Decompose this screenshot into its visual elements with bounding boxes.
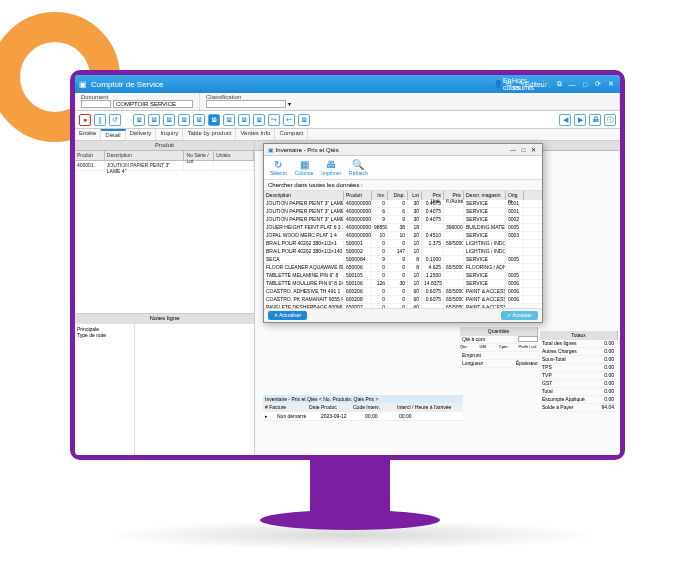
toolbar: ● ‖ ↺ 🗎 🗎 🗎 🗎 🗎 🗎 🗎 🗎 🗎 ↪ ↩ 🗎 ◀ ▶ 🖶 ⓘ [75,111,620,129]
product-section-title: Produit [75,141,254,151]
doc1-btn[interactable]: 🗎 [133,114,145,126]
doc4-btn[interactable]: 🗎 [178,114,190,126]
reset-btn[interactable]: ↺ [109,114,121,126]
mcol-pu[interactable]: Prix Unit. [422,191,444,200]
back-btn[interactable]: ◀ [559,114,571,126]
doc8-btn[interactable]: 🗎 [253,114,265,126]
modal-row[interactable]: FLOOR CLEANER AQUAWAVE 800ML6500060084.6… [264,264,542,272]
classification-select[interactable] [206,100,286,108]
mcol-inv[interactable]: Inv. [372,191,388,200]
delivery-section: Inventaire - Prix et Qtés < No. Produits… [263,395,463,421]
modal-icon: ▣ [268,147,274,153]
modal-row[interactable]: JOUER HEIGHT FEINT PLAT 6 3 340000000000… [264,224,542,232]
doc-active-btn[interactable]: 🗎 [208,114,220,126]
tab-ventes-info[interactable]: Ventes Info [236,129,275,140]
modal-row[interactable]: BRAIL POUR 40202 380×1/2×140500002014710… [264,248,542,256]
tab-compact[interactable]: Compact [275,129,308,140]
modal-row[interactable]: SECA50000849980.1000SERVICE0005 [264,256,542,264]
document-type-input[interactable] [113,100,193,108]
doc3-btn[interactable]: 🗎 [163,114,175,126]
modal-row[interactable]: JOUTION PAPIER PEINT 3" LAME 4"400000000… [264,208,542,216]
mcol-lst[interactable]: Lst [408,191,422,200]
tab-delivery[interactable]: Delivery [126,129,157,140]
doc7-btn[interactable]: 🗎 [238,114,250,126]
modal-row[interactable]: JOUTION PAPIER PEINT 3" LAME 4"400000000… [264,216,542,224]
pause-btn[interactable]: ‖ [94,114,106,126]
modal-accepter-btn[interactable]: ✓ Accepter [501,311,538,320]
modal-toolbar: ↻Sélectn ▦Colonne 🖶Imprimer 🔍Réfraich [264,156,542,180]
col-serie[interactable]: No Série / Lot [184,151,214,160]
mcol-mag[interactable]: Descr. magasin [464,191,506,200]
doc2-btn[interactable]: 🗎 [148,114,160,126]
inventory-modal: ▣ Inventaire - Prix et Qtés — □ ✕ ↻Sélec… [263,143,543,323]
totals-title: Totaux [540,331,618,340]
modal-search-btn[interactable]: 🔍Réfraich [349,159,368,176]
modal-row[interactable]: BRAIL POUR 40202 380×1/2×150000100101.37… [264,240,542,248]
notes-textarea[interactable] [135,324,254,456]
export-btn[interactable]: ↪ [268,114,280,126]
qte-com-input[interactable] [518,336,538,342]
modal-row[interactable]: JOPAL WOOD MERC PLAT 1 44000000000041010… [264,232,542,240]
window-title: Comptoir de Service [91,80,163,89]
mcol-desc[interactable]: Description [264,191,344,200]
notes-type-label: Type de note [77,332,132,338]
doc6-btn[interactable]: 🗎 [223,114,235,126]
modal-row[interactable]: COASTRO. ADHESIVE TH 491 160020600600.60… [264,288,542,296]
totals-row: Escompte Appliqué0.00 [540,396,618,404]
minimize-icon[interactable]: — [567,79,577,89]
modal-row[interactable]: TABLETTE MELAMINE PIN 6" 850010500101.25… [264,272,542,280]
mcol-orig[interactable]: Orig m [506,191,524,200]
modal-row[interactable]: TABLETTE MOULURE PIN 6" 8 24"50010612630… [264,280,542,288]
totals-row: Total0.00 [540,388,618,396]
modal-title-text: Inventaire - Prix et Qtés [276,147,339,153]
modal-column-btn[interactable]: ▦Colonne [295,159,314,176]
mcol-disp[interactable]: Disp. [388,191,408,200]
maximize-icon[interactable]: □ [580,79,590,89]
monitor-frame: ▣ Comptoir de Service 👤 En cours ⊟ Hors-… [70,70,625,460]
modal-print-btn[interactable]: 🖶Imprimer [321,159,341,176]
dropdown-icon[interactable]: ▾ [288,100,291,108]
totals-row: Solde à Payer94.04 [540,404,618,412]
col-produit[interactable]: Produit [75,151,105,160]
record-btn[interactable]: ● [79,114,91,126]
modal-close-icon[interactable]: ✕ [529,147,538,153]
import-btn[interactable]: ↩ [283,114,295,126]
product-row[interactable]: 400001 JOUTION PAPIER PEINT 3" LAME 4" [75,161,254,171]
modal-row[interactable]: COASTRO. PK RAMANAIT 9055 R/L60020800600… [264,296,542,304]
info-btn[interactable]: ⓘ [604,114,616,126]
left-panel: Produit Produit Description No Série / L… [75,141,255,455]
tab-inquiry[interactable]: Inquiry [156,129,183,140]
col-description[interactable]: Description [105,151,185,160]
close-icon[interactable]: ✕ [606,79,616,89]
totals-row: TVP0.00 [540,372,618,380]
tabs-row: Entête Détail Delivery Inquiry Table by … [75,129,620,141]
refresh-icon[interactable]: ⟳ [593,79,603,89]
screen: ▣ Comptoir de Service 👤 En cours ⊟ Hors-… [75,75,620,455]
doc9-btn[interactable]: 🗎 [298,114,310,126]
modal-maximize-icon[interactable]: □ [520,147,528,153]
totals-row: TPS0.00 [540,364,618,372]
attach-icon[interactable]: 📎 [541,79,551,89]
modal-minimize-icon[interactable]: — [508,147,518,153]
mcol-prod[interactable]: Produit [344,191,372,200]
modal-select-btn[interactable]: ↻Sélectn [270,159,287,176]
forward-btn[interactable]: ▶ [574,114,586,126]
tab-detail[interactable]: Détail [101,129,125,140]
print-btn[interactable]: 🖶 [589,114,601,126]
monitor-base [260,510,440,530]
tab-entete[interactable]: Entête [75,129,101,140]
document-no-input[interactable] [81,100,111,108]
delivery-row[interactable]: ▸ Non démarré 2023-09-12 00:00 00:00 [263,412,463,421]
copy-icon[interactable]: ⧉ [554,79,564,89]
monitor-stand [310,455,390,515]
totals-row: Autres Charges0.00 [540,348,618,356]
modal-search-label: Chercher dans toutes les données : [264,180,542,191]
modal-actualiser-btn[interactable]: ✕ Actualiser [268,311,307,320]
tab-table-product[interactable]: Table by product [183,129,236,140]
modal-row[interactable]: JOUTION PAPIER PEINT 3" LAME 4"400000000… [264,200,542,208]
col-unites[interactable]: Unités [214,151,254,160]
mcol-pf[interactable]: Prix fl./Autre [444,191,464,200]
doc5-btn[interactable]: 🗎 [193,114,205,126]
quantities-title: Quantités [460,327,538,336]
editeur-link[interactable]: ✎ Editeur [528,79,538,89]
